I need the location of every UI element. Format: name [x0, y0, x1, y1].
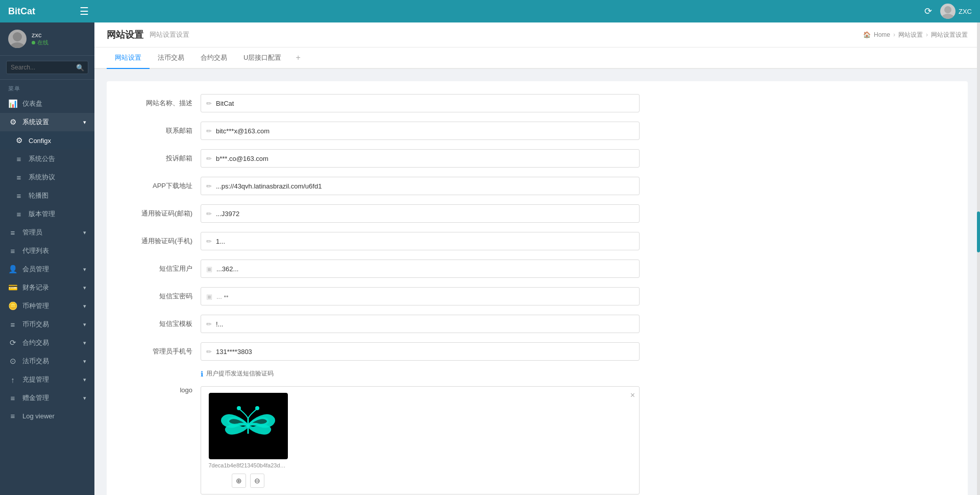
- field-value-sms-user: ...362...: [216, 265, 634, 273]
- logo-zoom-out-button[interactable]: ⊖: [250, 474, 264, 488]
- tab-website-settings[interactable]: 网站设置: [107, 48, 150, 69]
- header-right: ⟳ ZXC: [924, 4, 972, 19]
- breadcrumb-home[interactable]: Home: [874, 31, 890, 38]
- sidebar-item-log-viewer[interactable]: ≡ Log viewer: [0, 407, 94, 425]
- form-row-phone-verify: 通用验证码(手机) ✏ 1...: [119, 231, 955, 251]
- edit-icon-phone-verify[interactable]: ✏: [206, 238, 212, 245]
- info-icon: ℹ: [201, 370, 203, 378]
- app-logo: BitCat: [8, 6, 69, 17]
- sidebar-item-label: 币币交易: [22, 320, 78, 329]
- refresh-icon[interactable]: ⟳: [924, 6, 932, 17]
- sidebar-item-system-notice[interactable]: ≡ 系统公告: [0, 150, 94, 168]
- sidebar-item-carousel[interactable]: ≡ 轮播图: [0, 186, 94, 205]
- sidebar-item-label: 系统设置: [22, 117, 78, 127]
- field-label-contact-email: 联系邮箱: [119, 126, 201, 135]
- sidebar-item-label: 财务记录: [22, 283, 78, 292]
- svg-point-3: [10, 42, 24, 48]
- edit-icon-email-verify[interactable]: ✏: [206, 210, 212, 218]
- note-text: 用户提币发送短信验证码: [206, 369, 274, 378]
- logo-image-wrapper: [209, 393, 288, 459]
- field-value-phone-verify: 1...: [216, 238, 634, 245]
- svg-point-6: [256, 407, 258, 409]
- chevron-down-icon: ▾: [83, 303, 86, 310]
- field-app-download: ✏ ...ps://43qvh.latinasbrazil.com/u6fd1: [201, 177, 640, 195]
- form-row-sms-template: 短信宝模板 ✏ !...: [119, 314, 955, 334]
- sidebar-item-label: 管理员: [22, 228, 78, 237]
- field-label-complaint-email: 投诉邮箱: [119, 154, 201, 163]
- tabs-bar: 网站设置 法币交易 合约交易 U层接口配置 +: [94, 48, 980, 69]
- sidebar-item-configx[interactable]: ⚙ Configx: [0, 131, 94, 150]
- sidebar-item-version-mgmt[interactable]: ≡ 版本管理: [0, 205, 94, 223]
- finance-icon: 💳: [8, 283, 17, 292]
- bonus-icon: ≡: [8, 394, 17, 403]
- svg-point-5: [238, 407, 240, 409]
- tab-u-interface[interactable]: U层接口配置: [235, 48, 289, 69]
- sidebar-item-admin[interactable]: ≡ 管理员 ▾: [0, 223, 94, 242]
- field-complaint-email: ✏ b***.co@163.com: [201, 149, 640, 168]
- form-note: ℹ 用户提币发送短信验证码: [201, 369, 955, 378]
- form-row-contact-email: 联系邮箱 ✏ bitc***x@163.com: [119, 121, 955, 140]
- edit-icon-app-download[interactable]: ✏: [206, 182, 212, 190]
- sidebar-item-bonus-mgmt[interactable]: ≡ 赠金管理 ▾: [0, 389, 94, 407]
- admin-icon: ≡: [8, 228, 17, 237]
- scrollbar-thumb[interactable]: [977, 211, 980, 252]
- sidebar-user: zxc 在线: [0, 22, 94, 56]
- field-label-email-verify: 通用验证码(邮箱): [119, 209, 201, 218]
- field-site-name: ✏ BitCat: [201, 94, 640, 112]
- field-contact-email: ✏ bitc***x@163.com: [201, 122, 640, 140]
- breadcrumb-level2[interactable]: 网站设置设置: [931, 31, 968, 39]
- form-row-sms-pwd: 短信宝密码 ▣ ... ••: [119, 287, 955, 306]
- hamburger-icon[interactable]: ☰: [80, 5, 89, 17]
- sidebar-item-label: 版本管理: [29, 209, 86, 219]
- sidebar-item-system-protocol[interactable]: ≡ 系统协议: [0, 168, 94, 186]
- form-row-site-name: 网站名称、描述 ✏ BitCat: [119, 93, 955, 113]
- sidebar-item-fiat-trade[interactable]: ⊙ 法币交易 ▾: [0, 352, 94, 370]
- scrollbar-track[interactable]: [977, 22, 980, 495]
- edit-icon-sms-user[interactable]: ▣: [206, 265, 212, 273]
- edit-icon-admin-phone[interactable]: ✏: [206, 348, 212, 356]
- sidebar-item-coin-mgmt[interactable]: 🪙 币种管理 ▾: [0, 297, 94, 315]
- sidebar-item-dashboard[interactable]: 📊 仪表盘: [0, 95, 94, 113]
- user-info[interactable]: ZXC: [940, 4, 972, 19]
- sidebar-item-contract-trade[interactable]: ⟳ 合约交易 ▾: [0, 334, 94, 352]
- edit-icon-sms-pwd[interactable]: ▣: [206, 293, 212, 300]
- edit-icon-site-name[interactable]: ✏: [206, 100, 212, 107]
- tab-contract-trade[interactable]: 合约交易: [192, 48, 235, 69]
- coin-icon: 🪙: [8, 301, 17, 311]
- edit-icon-sms-template[interactable]: ✏: [206, 320, 212, 328]
- version-icon: ≡: [14, 210, 23, 219]
- chevron-down-icon: ▾: [83, 119, 86, 126]
- sidebar-item-coin-trade[interactable]: ≡ 币币交易 ▾: [0, 315, 94, 334]
- agent-icon: ≡: [8, 247, 17, 255]
- sidebar-item-finance-records[interactable]: 💳 财务记录 ▾: [0, 278, 94, 297]
- tab-add-button[interactable]: +: [289, 48, 306, 68]
- content-area: 网站设置 网站设置设置 🏠 Home › 网站设置 › 网站设置设置 网站设置 …: [94, 22, 980, 495]
- search-icon: 🔍: [76, 64, 84, 72]
- field-sms-template: ✏ !...: [201, 315, 640, 333]
- edit-icon-contact-email[interactable]: ✏: [206, 127, 212, 135]
- sidebar-item-recharge-mgmt[interactable]: ↑ 充提管理 ▾: [0, 370, 94, 389]
- breadcrumb-level1[interactable]: 网站设置: [898, 31, 923, 39]
- tab-fiat-trade[interactable]: 法币交易: [150, 48, 192, 69]
- logo-zoom-in-button[interactable]: ⊕: [232, 474, 246, 488]
- field-value-site-name: BitCat: [216, 100, 634, 107]
- chevron-down-icon: ▾: [83, 395, 86, 402]
- logo-upload-area: ×: [201, 386, 640, 494]
- field-value-complaint-email: b***.co@163.com: [216, 155, 634, 162]
- sidebar-item-label: 币种管理: [22, 301, 78, 311]
- sidebar-item-member-mgmt[interactable]: 👤 会员管理 ▾: [0, 260, 94, 278]
- sidebar-item-label: 会员管理: [22, 265, 78, 274]
- form-row-complaint-email: 投诉邮箱 ✏ b***.co@163.com: [119, 149, 955, 168]
- sidebar-item-label: 代理列表: [22, 246, 86, 255]
- sidebar-username: zxc: [32, 31, 48, 39]
- sidebar-item-agent-list[interactable]: ≡ 代理列表: [0, 242, 94, 260]
- field-label-site-name: 网站名称、描述: [119, 99, 201, 108]
- field-sms-pwd: ▣ ... ••: [201, 287, 640, 305]
- sidebar-item-system-settings[interactable]: ⚙ 系统设置 ▾: [0, 113, 94, 131]
- field-label-logo: logo: [119, 386, 201, 394]
- logo-close-button[interactable]: ×: [630, 391, 635, 400]
- logo-image-card: 7deca1b4e8f213450b4fa23de... ⊕ ⊖: [207, 393, 289, 488]
- chevron-down-icon: ▾: [83, 229, 86, 236]
- edit-icon-complaint-email[interactable]: ✏: [206, 155, 212, 162]
- breadcrumb-sep2: ›: [926, 31, 928, 38]
